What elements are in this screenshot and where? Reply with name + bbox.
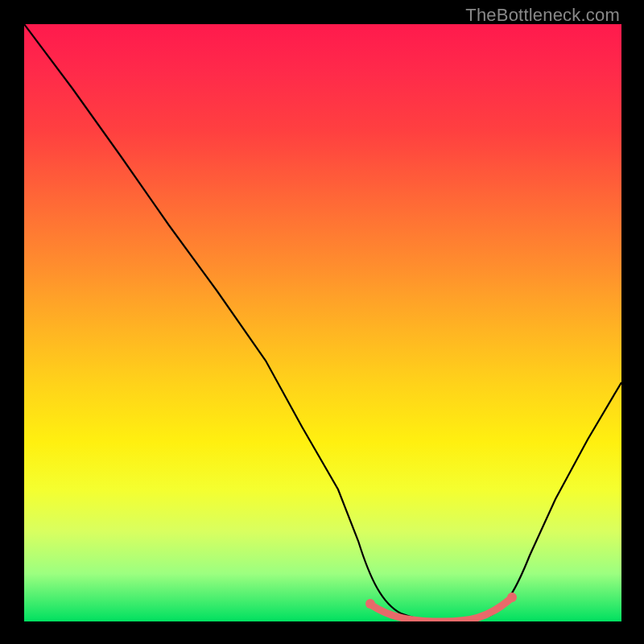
- bottleneck-curve: [24, 24, 621, 621]
- curve-layer: [24, 24, 621, 621]
- attribution-text: TheBottleneck.com: [465, 5, 620, 26]
- highlight-segment: [372, 599, 510, 621]
- chart-frame: TheBottleneck.com: [0, 0, 644, 644]
- plot-area: [24, 24, 621, 621]
